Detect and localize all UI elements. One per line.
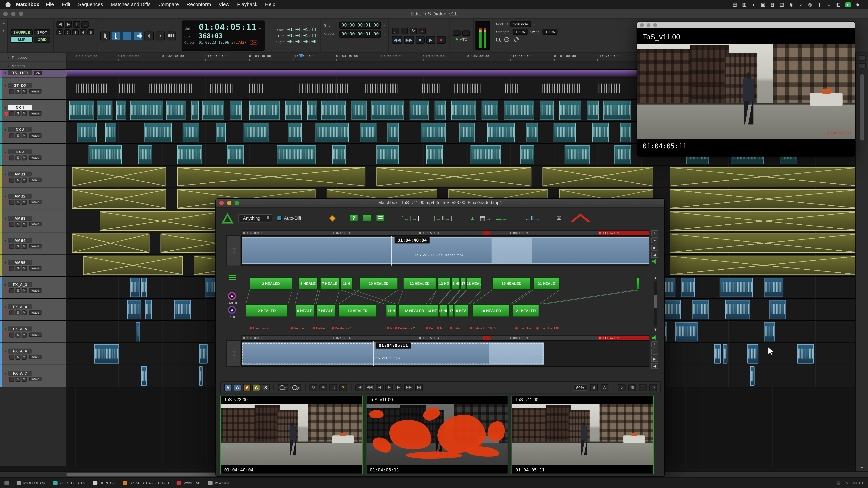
audio-clip[interactable] bbox=[520, 145, 534, 164]
gear-icon[interactable] bbox=[514, 37, 519, 42]
audio-clip[interactable] bbox=[299, 84, 349, 93]
selector-tool[interactable]: I bbox=[122, 31, 132, 40]
matchbox-titlebar[interactable]: Matchbox - ToS_v11.00.mp4_fr_ToS_v23.00_… bbox=[216, 199, 664, 207]
input-button[interactable]: I bbox=[9, 332, 14, 337]
track-view-select[interactable]: wave bbox=[29, 355, 42, 359]
input-button[interactable]: I bbox=[9, 354, 14, 359]
audio-clip[interactable] bbox=[526, 123, 538, 142]
mute-button[interactable]: M bbox=[22, 177, 27, 182]
record-enable-icon[interactable] bbox=[4, 266, 8, 270]
end-value[interactable]: 01:04:05:11 bbox=[287, 33, 317, 38]
track-view-select[interactable]: wave bbox=[29, 200, 42, 204]
track-view-select[interactable]: wave bbox=[29, 288, 42, 293]
checkbox-icon[interactable] bbox=[277, 216, 282, 221]
solo-button[interactable]: S bbox=[16, 244, 20, 249]
audio-clip[interactable] bbox=[487, 123, 515, 142]
track-name[interactable]: AMB1 bbox=[8, 171, 32, 176]
healed-segment[interactable]: 6 HEALE bbox=[299, 277, 318, 290]
track-name[interactable]: FX_A_5 bbox=[8, 326, 32, 331]
video-window[interactable]: ToS_v11.00 10:40:51:21 01:04:05:11 bbox=[637, 21, 856, 157]
audio-clip[interactable] bbox=[288, 123, 302, 142]
record-button[interactable]: ● bbox=[437, 36, 445, 44]
record-enable-icon[interactable] bbox=[4, 200, 8, 204]
search-icon[interactable]: ○ bbox=[827, 2, 832, 7]
input-button[interactable]: I bbox=[9, 310, 14, 315]
track-view-select[interactable]: wave bbox=[29, 311, 42, 315]
menu-sequences[interactable]: Sequences bbox=[78, 2, 103, 7]
audio-clip[interactable] bbox=[725, 300, 750, 319]
chevron-down-icon[interactable]: ▾ bbox=[4, 327, 6, 331]
compare-swap-icon[interactable]: ←‖→ bbox=[525, 215, 540, 221]
audio-clip[interactable] bbox=[482, 101, 498, 120]
audio-clip[interactable] bbox=[675, 322, 698, 341]
layer-button-a-1[interactable]: A bbox=[234, 384, 241, 391]
toggle-icon[interactable]: ◧ bbox=[836, 2, 841, 7]
audio-clip[interactable] bbox=[421, 84, 440, 93]
audio-clip[interactable] bbox=[747, 344, 758, 363]
chevron-down-icon[interactable]: ▾ bbox=[4, 105, 6, 109]
audio-clip[interactable] bbox=[149, 84, 194, 93]
track-name[interactable]: AMB5 bbox=[8, 260, 32, 265]
audio-clip[interactable] bbox=[565, 145, 590, 164]
track-header-ts-1100[interactable]: ▾TS_110024 bbox=[0, 68, 66, 77]
autodiff-toggle[interactable]: Auto-Diff bbox=[277, 216, 301, 221]
mute-button[interactable]: M bbox=[22, 332, 27, 337]
menu-view[interactable]: View bbox=[219, 2, 229, 7]
reverse-icon[interactable]: ◀ bbox=[651, 252, 658, 258]
record-enable-button[interactable]: ● bbox=[419, 28, 426, 34]
solo-button[interactable]: S bbox=[16, 332, 20, 337]
record-enable-icon[interactable] bbox=[4, 311, 8, 315]
forward-button[interactable]: ▶▶ bbox=[404, 36, 414, 44]
chevron-down-icon[interactable]: ▾ bbox=[4, 305, 6, 308]
nudge-value[interactable]: 00:00:00:01.00 bbox=[339, 31, 381, 38]
toolbar-edge-handle[interactable]: ≡⋮ bbox=[0, 19, 8, 53]
diff-marker[interactable]: Delete For 2 bbox=[395, 326, 415, 330]
track-header-fx-a-5[interactable]: ▾FX_A_5ISMwave bbox=[0, 321, 66, 343]
bottom-timeline-ruler[interactable]: 01:00:00:0001:02:55:1401:05:51:0401:08:4… bbox=[241, 335, 649, 340]
zoom-vertical-icon[interactable]: ⇕ bbox=[73, 21, 80, 28]
menu-file[interactable]: File bbox=[46, 2, 54, 7]
next-diff-button[interactable]: ▶▶ bbox=[404, 384, 413, 391]
match-in-icon[interactable]: [←|→] bbox=[401, 215, 419, 221]
input-button[interactable]: I bbox=[9, 89, 14, 94]
chevron-down-icon[interactable]: ▾ bbox=[259, 27, 261, 31]
audio-clip[interactable] bbox=[191, 101, 199, 120]
reference-clip[interactable] bbox=[242, 237, 649, 264]
audio-clip[interactable] bbox=[764, 322, 775, 341]
input-button[interactable]: I bbox=[9, 199, 14, 204]
healed-segment[interactable]: 10 HEALED bbox=[338, 304, 377, 317]
track-view-select[interactable]: wave bbox=[29, 222, 42, 226]
healed-segment[interactable]: 2 HEALED bbox=[250, 277, 292, 290]
markers-ruler-header[interactable]: ▾ Markers bbox=[0, 61, 66, 69]
solo-button[interactable]: S bbox=[16, 222, 20, 227]
record-enable-icon[interactable] bbox=[4, 355, 8, 359]
audio-clip[interactable] bbox=[119, 84, 135, 93]
track-header-dx-3[interactable]: ▾DX 3ISMwave bbox=[0, 144, 66, 165]
audio-clip[interactable] bbox=[138, 145, 152, 164]
healed-segment[interactable] bbox=[636, 277, 640, 290]
zoom-tool[interactable] bbox=[100, 31, 110, 40]
menu-compare[interactable]: Compare bbox=[158, 2, 179, 7]
audio-clip[interactable] bbox=[72, 167, 166, 187]
diff-marker[interactable]: Dele bbox=[450, 326, 460, 330]
audio-clip[interactable] bbox=[78, 123, 97, 142]
zoom-fwd-icon[interactable]: ▶ bbox=[65, 21, 72, 28]
display-icon[interactable]: ▣ bbox=[761, 2, 766, 7]
track-header-dx-2[interactable]: ▾DX 2ISMwave bbox=[0, 122, 66, 143]
pencil-tool[interactable] bbox=[156, 31, 165, 40]
menu-playback[interactable]: Playback bbox=[237, 2, 257, 7]
video-window-titlebar[interactable] bbox=[637, 22, 855, 28]
record-enable-icon[interactable] bbox=[4, 244, 8, 248]
audio-clip[interactable] bbox=[166, 101, 186, 120]
chevron-down-icon[interactable]: ▾ bbox=[383, 23, 385, 27]
audio-clip[interactable] bbox=[587, 101, 599, 120]
zoom-out-icon[interactable]: − bbox=[278, 384, 288, 391]
dock-expand-icon[interactable]: ⇱ bbox=[845, 481, 848, 485]
audio-clip[interactable] bbox=[230, 101, 242, 120]
track-header-amb3[interactable]: ▾AMB3ISMwave bbox=[0, 210, 66, 232]
audio-clip[interactable] bbox=[199, 344, 208, 363]
zoom-horizontal-icon[interactable]: ⇔ bbox=[82, 21, 89, 28]
audio-clip[interactable] bbox=[451, 101, 476, 120]
mute-button[interactable]: M bbox=[22, 354, 27, 359]
mute-button[interactable]: M bbox=[22, 199, 27, 204]
